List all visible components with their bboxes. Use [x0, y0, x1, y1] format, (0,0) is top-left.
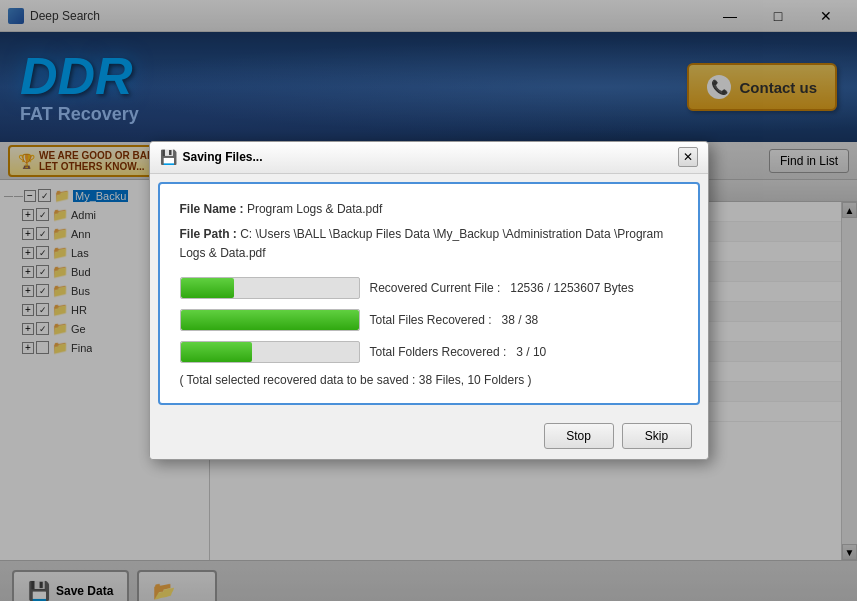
- file-name-value: Program Logs & Data.pdf: [247, 202, 382, 216]
- progress-label-1: Total Files Recovered :: [370, 313, 492, 327]
- file-name-label: File Name :: [180, 202, 244, 216]
- progress-row-2: Total Folders Recovered : 3 / 10: [180, 341, 678, 363]
- progress-label-0: Recovered Current File :: [370, 281, 501, 295]
- modal-file-info: File Name : Program Logs & Data.pdf File…: [180, 200, 678, 264]
- progress-value-2: 3 / 10: [516, 345, 546, 359]
- modal-footer: Stop Skip: [150, 413, 708, 459]
- file-path-value: C: \Users \BALL \Backup Files Data \My_B…: [180, 227, 664, 260]
- file-path-label: File Path :: [180, 227, 237, 241]
- progress-bar-1: [180, 309, 360, 331]
- progress-value-0: 12536 / 1253607 Bytes: [510, 281, 633, 295]
- progress-section: Recovered Current File : 12536 / 1253607…: [180, 277, 678, 363]
- progress-fill-0: [181, 278, 234, 298]
- progress-bar-2: [180, 341, 360, 363]
- file-path-row: File Path : C: \Users \BALL \Backup File…: [180, 225, 678, 263]
- progress-fill-1: [181, 310, 359, 330]
- modal-close-button[interactable]: ✕: [678, 147, 698, 167]
- progress-row-1: Total Files Recovered : 38 / 38: [180, 309, 678, 331]
- modal-total-text: ( Total selected recovered data to be sa…: [180, 373, 678, 387]
- saving-files-modal: 💾 Saving Files... ✕ File Name : Program …: [149, 141, 709, 461]
- progress-fill-2: [181, 342, 252, 362]
- modal-title-text: Saving Files...: [183, 150, 263, 164]
- progress-bar-0: [180, 277, 360, 299]
- progress-row-0: Recovered Current File : 12536 / 1253607…: [180, 277, 678, 299]
- stop-button[interactable]: Stop: [544, 423, 614, 449]
- progress-value-1: 38 / 38: [502, 313, 539, 327]
- modal-overlay: 💾 Saving Files... ✕ File Name : Program …: [0, 0, 857, 601]
- skip-button[interactable]: Skip: [622, 423, 692, 449]
- progress-label-2: Total Folders Recovered :: [370, 345, 507, 359]
- file-name-row: File Name : Program Logs & Data.pdf: [180, 200, 678, 219]
- modal-title-left: 💾 Saving Files...: [160, 149, 263, 165]
- modal-title-icon: 💾: [160, 149, 177, 165]
- modal-titlebar: 💾 Saving Files... ✕: [150, 142, 708, 174]
- modal-body: File Name : Program Logs & Data.pdf File…: [158, 182, 700, 406]
